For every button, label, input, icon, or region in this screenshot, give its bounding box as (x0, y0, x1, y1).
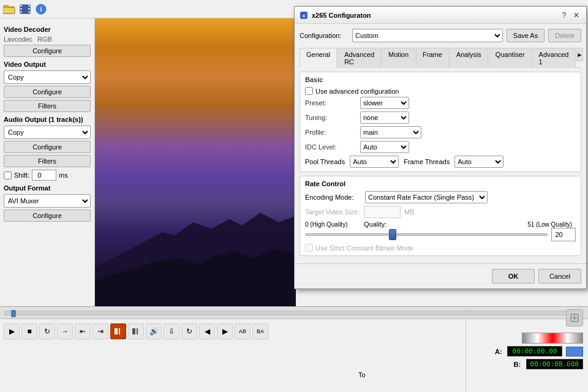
strict-bitrate-label: Use Strict Constant Bitrate Mode (315, 244, 413, 252)
mb-label: MB (404, 208, 415, 216)
svg-rect-6 (20, 11, 22, 13)
svg-rect-9 (28, 11, 30, 13)
pool-threads-select[interactable]: Auto (350, 156, 399, 168)
output-format-title: Output Format (4, 184, 91, 192)
tuning-select[interactable]: none (360, 111, 409, 124)
time-a-display: A: 00:00:00.00 (495, 346, 583, 356)
preset-label: Preset: (305, 99, 360, 107)
dialog-close-btn[interactable]: ✕ (571, 10, 581, 20)
save-as-btn[interactable]: Save As (507, 29, 545, 42)
frame-threads-select[interactable]: Auto (454, 156, 503, 168)
stop-btn[interactable]: ■ (21, 323, 37, 339)
strict-bitrate-checkbox[interactable] (305, 244, 313, 252)
quality-slider-container[interactable] (305, 228, 548, 241)
tab-quantiser[interactable]: Quantiser (489, 48, 532, 68)
strict-bitrate-row: Use Strict Constant Bitrate Mode (305, 244, 576, 252)
video-output-configure-btn[interactable]: Configure (4, 86, 91, 98)
bottom-area: ▶ ■ ↻ → ⇤ ⇥ 🔊 ⇩ ↻ ◀ ▶ AB (0, 306, 588, 392)
svg-rect-16 (115, 328, 118, 334)
ctrl-next-btn[interactable]: ▶ (217, 323, 233, 339)
cancel-btn[interactable]: Cancel (538, 269, 581, 284)
segment2-btn[interactable] (128, 323, 144, 339)
quality-low-label: 0 (High Quality) (305, 221, 360, 228)
preset-select[interactable]: slower (360, 97, 409, 109)
tab-analysis[interactable]: Analysis (450, 48, 488, 68)
tab-motion[interactable]: Motion (382, 48, 415, 68)
gradient-bar (522, 333, 583, 344)
rgb-label: RGB (37, 36, 52, 43)
tab-scroll-right[interactable]: ► (576, 48, 584, 61)
audio-output-configure-btn[interactable]: Configure (4, 141, 91, 153)
preset-row: Preset: slower (305, 97, 576, 109)
target-video-size-label: Target Video Size: (305, 208, 360, 216)
folder-open-icon[interactable] (2, 2, 16, 16)
x265-dialog: x x265 Configuraton ? ✕ Configuration: C… (294, 6, 587, 289)
video-output-title: Video Output (4, 61, 91, 68)
dialog-title: x265 Configuraton (312, 12, 371, 19)
ctrl-ab1-btn[interactable]: AB (235, 323, 251, 339)
dialog-controls: ? ✕ (559, 10, 581, 20)
ctrl-prev-btn[interactable]: ◀ (199, 323, 215, 339)
time-a-indicator[interactable] (566, 347, 583, 356)
tab-frame[interactable]: Frame (416, 48, 449, 68)
tab-advanced-rc[interactable]: Advanced RC (337, 48, 381, 68)
next-frame-btn[interactable]: ⇥ (92, 323, 108, 339)
segment-btn[interactable] (110, 323, 126, 339)
output-format-configure-btn[interactable]: Configure (4, 209, 91, 222)
idc-level-row: IDC Level: Auto (305, 141, 576, 153)
output-format-select[interactable]: AVI Muxer (4, 194, 91, 208)
use-advanced-config-checkbox[interactable] (305, 87, 313, 95)
quality-spinbox[interactable]: 20 (551, 228, 576, 241)
rate-control-section: Rate Control Encoding Mode: Constant Rat… (300, 176, 581, 256)
to-label: To (358, 371, 366, 379)
audio-output-mode-select[interactable]: Copy (4, 126, 91, 139)
info-icon[interactable]: i (34, 2, 48, 16)
ctrl-ab2-btn[interactable]: BA (252, 323, 268, 339)
ctrl-refresh-btn[interactable]: ↻ (181, 323, 197, 339)
dialog-footer: OK Cancel (295, 263, 586, 288)
play-btn[interactable]: ▶ (4, 323, 20, 339)
shift-input[interactable]: 0 (32, 170, 56, 181)
mountain-silhouette (95, 177, 296, 307)
dialog-icon: x (300, 11, 308, 20)
time-a-label: A: (495, 348, 503, 355)
video-decoder-configure-btn[interactable]: Configure (4, 45, 91, 57)
tab-advanced1[interactable]: Advanced 1 (532, 48, 576, 68)
video-output-filters-btn[interactable]: Filters (4, 100, 91, 112)
left-panel: Video Decoder Lavcodec RGB Configure Vid… (0, 18, 95, 306)
ok-btn[interactable]: OK (492, 269, 535, 284)
delete-btn[interactable]: Delete (548, 29, 581, 42)
dialog-help-btn[interactable]: ? (559, 10, 569, 20)
film-icon[interactable] (18, 2, 32, 16)
profile-select[interactable]: main (360, 126, 421, 138)
video-output-mode-select[interactable]: Copy (4, 70, 91, 84)
svg-rect-4 (20, 5, 22, 7)
svg-rect-5 (20, 8, 22, 10)
dialog-titlebar: x x265 Configuraton ? ✕ (295, 7, 586, 24)
shift-checkbox[interactable] (4, 172, 12, 179)
codec-label: Lavcodec (4, 36, 32, 43)
volume-btn[interactable]: 🔊 (146, 323, 162, 339)
tuning-label: Tuning: (305, 114, 360, 121)
right-controls: A: 00:00:00.00 B: 00:00:08.608 (466, 307, 588, 392)
scroll-icon[interactable] (566, 309, 583, 326)
target-video-size-input[interactable]: 700 (364, 206, 401, 218)
prev-frame-btn[interactable]: ⇤ (75, 323, 91, 339)
idc-level-select[interactable]: Auto (360, 141, 409, 153)
preview-area (95, 18, 296, 306)
forward-btn[interactable]: → (57, 323, 73, 339)
rewind-btn[interactable]: ↻ (39, 323, 55, 339)
preview-image (95, 18, 296, 306)
ctrl-down-btn[interactable]: ⇩ (164, 323, 179, 339)
encoding-mode-select[interactable]: Constant Rate Factor (Single Pass) (365, 191, 488, 203)
tab-general[interactable]: General (300, 48, 337, 68)
config-select[interactable]: Custom (352, 29, 503, 42)
time-b-value: 00:00:08.608 (526, 359, 583, 369)
profile-row: Profile: main (305, 126, 576, 138)
time-a-value: 00:00:00.00 (507, 346, 562, 356)
svg-rect-2 (3, 7, 15, 13)
svg-rect-7 (28, 5, 30, 7)
quality-slider-thumb[interactable] (389, 229, 396, 240)
timeline-thumb[interactable] (11, 310, 16, 317)
audio-output-filters-btn[interactable]: Filters (4, 155, 91, 167)
